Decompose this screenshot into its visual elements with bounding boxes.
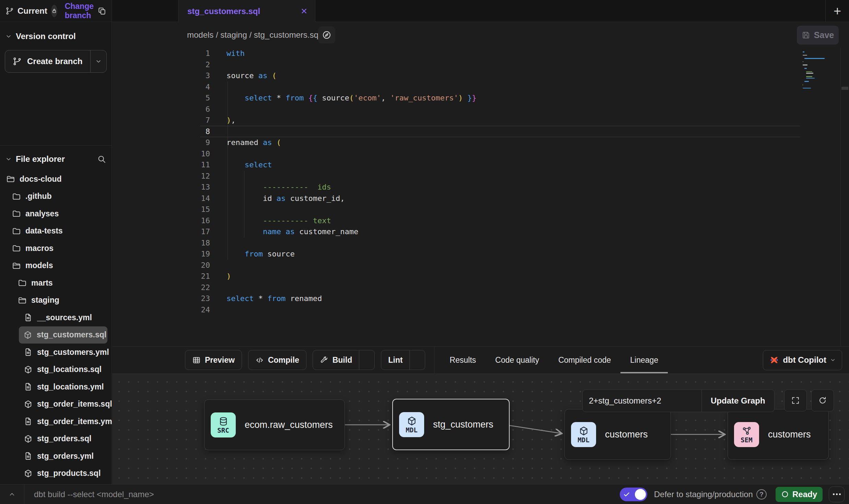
help-icon[interactable]: ? [756,489,767,500]
tab-lineage[interactable]: Lineage [630,347,658,373]
file-tree-item-label: models [25,261,53,270]
panel-tab-label: Lineage [630,356,658,365]
version-control-header[interactable]: Version control [0,29,112,43]
command-input[interactable]: dbt build --select <model_name> [34,490,154,499]
defer-toggle[interactable] [620,488,647,501]
line-number: 24 [112,304,210,316]
file-tree-item[interactable]: staging [0,292,112,309]
minimap[interactable] [803,50,832,93]
chevron-down-icon [830,357,836,363]
minimap-line [804,68,807,69]
panel-tab-label: Compiled code [558,356,611,365]
cube-icon [24,469,33,478]
lint-button[interactable]: Lint [381,350,425,370]
preview-button[interactable]: Preview [185,350,242,370]
file-tree-item[interactable]: analyses [0,205,112,223]
action-dropdown[interactable] [359,350,374,370]
action-dropdown[interactable] [409,350,425,370]
code-line [226,148,849,160]
code-line [226,238,849,249]
file-tab[interactable]: stg_customers.sql ✕ [178,0,315,22]
action-button-main[interactable]: Build [313,350,359,370]
update-graph-button[interactable]: Update Graph [702,390,774,412]
ready-label: Ready [792,490,817,499]
line-number: 17 [112,226,210,238]
scrollbar-thumb[interactable] [841,87,848,90]
change-branch-link[interactable]: Change branch [65,2,94,20]
code-editor[interactable]: 123456789101112131415161718192021222324 … [112,48,849,346]
file-tree-item-label: data-tests [25,226,63,236]
code-content[interactable]: withsource as ( select * from {{ source(… [226,48,849,315]
file-tree-item[interactable]: stg_order_items.sql [0,396,112,413]
file-tree-item[interactable]: data-tests [0,223,112,240]
new-tab-button[interactable]: + [830,4,844,18]
file-tree-item[interactable]: stg_order_items.yml [0,413,112,430]
file-doc-icon [24,417,33,426]
file-tree-item[interactable]: stg_products.sql [0,465,112,482]
file-tree: docs-cloud .github analyses data-tests m… [0,170,112,482]
expand-command-bar-button[interactable] [0,484,24,504]
lineage-panel[interactable]: SRC ecom.raw_customers MDL stg_customers… [112,374,849,484]
divider [840,48,841,346]
line-number: 7 [112,115,210,126]
lineage-node-ecom.raw_customers[interactable]: SRC ecom.raw_customers [204,399,345,450]
file-tree-item[interactable]: stg_orders.sql [0,430,112,448]
ready-status-button[interactable]: Ready [776,487,823,502]
chevron-down-icon [364,357,370,363]
defer-label: Defer to staging/production [654,490,753,499]
copy-icon[interactable] [97,7,106,15]
node-badge: SRC [211,412,236,437]
build-button[interactable]: Build [313,350,375,370]
cube-icon [24,365,33,374]
line-number: 14 [112,193,210,204]
node-label: ecom.raw_customers [245,420,333,430]
tab-compiled-code[interactable]: Compiled code [558,347,611,373]
file-tree-item[interactable]: docs-cloud [0,170,112,188]
file-tree-item[interactable]: __sources.yml [0,309,112,326]
refresh-button[interactable] [811,389,834,411]
minimap-line [803,61,803,62]
file-tree-item[interactable]: stg_locations.yml [0,378,112,396]
line-number: 10 [112,148,210,160]
action-button-main[interactable]: Preview [185,350,242,370]
create-branch-dropdown[interactable] [90,50,106,72]
lineage-node-customers[interactable]: SEM customers [728,409,829,460]
create-branch-button[interactable]: Create branch [5,50,107,73]
minimap-line [806,71,812,72]
file-tree-item[interactable]: .github [0,188,112,205]
file-explorer-header[interactable]: File explorer [0,151,112,168]
navigate-button[interactable] [318,26,335,44]
file-tree-item[interactable]: marts [0,274,112,292]
wrench-icon [320,356,328,364]
line-number: 2 [112,59,210,71]
file-tree-item[interactable]: stg_customers.yml [0,344,112,361]
action-label: Compile [268,356,299,365]
compile-button[interactable]: Compile [248,350,306,370]
lineage-selector-input[interactable]: 2+stg_customers+2 [583,390,701,412]
tab-code-quality[interactable]: Code quality [495,347,539,373]
close-tab-icon[interactable]: ✕ [301,7,307,15]
tab-results[interactable]: Results [450,347,476,373]
sidebar: Current Change branch Version control Cr… [0,0,112,484]
action-button-main[interactable]: Lint [381,350,409,370]
database-icon [218,416,229,427]
file-tree-item[interactable]: stg_orders.yml [0,447,112,465]
toggle-knob [635,489,646,500]
file-tree-item[interactable]: stg_locations.sql [0,361,112,379]
editor-tabbar: stg_customers.sql ✕ + [112,0,849,22]
lineage-node-stg_customers[interactable]: MDL stg_customers [392,399,510,450]
fullscreen-button[interactable] [784,389,807,411]
action-button-main[interactable]: Compile [248,350,306,370]
create-branch-main[interactable]: Create branch [5,50,90,72]
dbt-copilot-button[interactable]: dbt Copilot [763,350,842,370]
cube-icon [579,426,589,436]
save-button[interactable]: Save [797,26,839,45]
file-tree-item[interactable]: stg_customers.sql [19,326,107,344]
file-tree-item[interactable]: macros [0,240,112,257]
divider [24,484,24,504]
lineage-node-customers[interactable]: MDL customers [565,409,671,460]
more-options-button[interactable] [829,487,845,502]
current-branch-label: Current [18,6,47,16]
file-tree-item[interactable]: models [0,257,112,275]
search-icon[interactable] [97,155,106,164]
